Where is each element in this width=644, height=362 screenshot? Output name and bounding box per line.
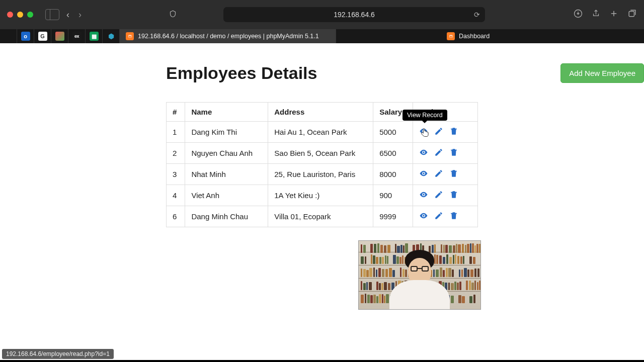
- cell-id: 1: [167, 122, 185, 143]
- cell-salary: 9999: [373, 206, 413, 227]
- maximize-window-button[interactable]: [27, 12, 33, 18]
- cell-salary: 900: [373, 185, 413, 206]
- cell-address: Sao Bien 5, Ocean Park: [268, 143, 373, 164]
- cell-salary: 5000: [373, 122, 413, 143]
- delete-icon[interactable]: [449, 148, 458, 158]
- bookmark-colors[interactable]: [51, 29, 68, 43]
- cell-address: Hai Au 1, Ocean Park: [268, 122, 373, 143]
- downloads-icon[interactable]: [574, 9, 583, 21]
- cell-address: 1A Yet Kieu :): [268, 185, 373, 206]
- col-id: #: [167, 103, 185, 122]
- tab-overview-icon[interactable]: [627, 9, 637, 21]
- page-content: Employees Details Add New Employee # Nam…: [0, 43, 644, 227]
- xampp-icon: ෆ: [447, 32, 455, 40]
- view-icon[interactable]: [419, 169, 428, 179]
- col-address: Address: [268, 103, 373, 122]
- view-icon[interactable]: [419, 190, 428, 201]
- cell-name: Nhat Minh: [185, 164, 268, 185]
- delete-icon[interactable]: [449, 127, 458, 137]
- cell-actions: [413, 164, 477, 185]
- bookmark-cube[interactable]: ⬢: [103, 29, 120, 43]
- view-icon[interactable]: [419, 127, 428, 137]
- address-bar[interactable]: 192.168.64.6 ⟳: [223, 7, 485, 22]
- col-name: Name: [185, 103, 268, 122]
- table-row: 2Nguyen Chau AnhSao Bien 5, Ocean Park65…: [167, 143, 478, 164]
- bookmark-outlook[interactable]: o: [17, 29, 34, 43]
- reload-button[interactable]: ⟳: [474, 11, 480, 19]
- edit-icon[interactable]: [434, 127, 443, 137]
- cell-address: Villa 01, Ecopark: [268, 206, 373, 227]
- edit-icon[interactable]: [434, 169, 443, 179]
- tab-title: 192.168.64.6 / localhost / demo / employ…: [138, 33, 319, 40]
- cell-actions: [413, 143, 477, 164]
- page-title: Employees Details: [166, 63, 317, 83]
- tab-dashboard[interactable]: ෆ Dashboard: [447, 29, 490, 43]
- page-header: Employees Details Add New Employee: [166, 63, 644, 83]
- share-icon[interactable]: [592, 9, 600, 21]
- edit-icon[interactable]: [434, 148, 443, 158]
- back-button[interactable]: ‹: [64, 10, 71, 20]
- cell-address: 25, Rue Lauriston, Paris: [268, 164, 373, 185]
- table-row: 3Nhat Minh25, Rue Lauriston, Paris8000: [167, 164, 478, 185]
- delete-icon[interactable]: [449, 169, 458, 179]
- svg-rect-1: [629, 12, 634, 17]
- minimize-window-button[interactable]: [17, 12, 23, 18]
- cell-actions: [413, 122, 477, 143]
- cell-id: 2: [167, 143, 185, 164]
- bookmarks-bar: o G ex ▦ ⬢ ෆ 192.168.64.6 / localhost / …: [0, 29, 644, 43]
- browser-toolbar: ‹ › 192.168.64.6 ⟳: [0, 0, 644, 29]
- url-text: 192.168.64.6: [334, 11, 375, 19]
- cell-actions: [413, 185, 477, 206]
- cell-name: Dang Minh Chau: [185, 206, 268, 227]
- bookmark-edx[interactable]: ex: [68, 29, 86, 43]
- privacy-shield-icon[interactable]: [169, 10, 177, 20]
- delete-icon[interactable]: [449, 211, 458, 222]
- table-row: 6Dang Minh ChauVilla 01, Ecopark9999: [167, 206, 478, 227]
- forward-button[interactable]: ›: [76, 10, 84, 20]
- xampp-icon: ෆ: [126, 32, 134, 40]
- bookmark-sheets[interactable]: ▦: [86, 29, 103, 43]
- sidebar-toggle-button[interactable]: [45, 9, 59, 20]
- cell-id: 3: [167, 164, 185, 185]
- bookmark-g[interactable]: G: [34, 29, 51, 43]
- tab-phpmyadmin[interactable]: ෆ 192.168.64.6 / localhost / demo / empl…: [120, 29, 336, 43]
- view-record-tooltip: View Record: [403, 110, 447, 121]
- cell-id: 4: [167, 185, 185, 206]
- cell-name: Nguyen Chau Anh: [185, 143, 268, 164]
- close-window-button[interactable]: [7, 12, 13, 18]
- cell-id: 6: [167, 206, 185, 227]
- cell-name: Viet Anh: [185, 185, 268, 206]
- cell-name: Dang Kim Thi: [185, 122, 268, 143]
- employees-table: # Name Address Salary Action 1Dang Kim T…: [166, 102, 478, 227]
- cell-actions: [413, 206, 477, 227]
- table-row: 1Dang Kim ThiHai Au 1, Ocean Park5000: [167, 122, 478, 143]
- add-new-employee-button[interactable]: Add New Employee: [560, 63, 644, 83]
- edit-icon[interactable]: [434, 211, 443, 222]
- view-icon[interactable]: [419, 211, 428, 222]
- window-controls: [7, 12, 33, 18]
- bookmark-apple[interactable]: [0, 29, 17, 43]
- table-row: 4Viet Anh1A Yet Kieu :)900: [167, 185, 478, 206]
- new-tab-icon[interactable]: [609, 9, 618, 21]
- view-icon[interactable]: [419, 148, 428, 158]
- status-bar: 192.168.64.6/employee/read.php?id=1: [2, 349, 114, 359]
- cell-salary: 8000: [373, 164, 413, 185]
- delete-icon[interactable]: [449, 190, 458, 201]
- bottom-strip: [0, 360, 644, 362]
- edit-icon[interactable]: [434, 190, 443, 201]
- cell-salary: 6500: [373, 143, 413, 164]
- webcam-overlay: [358, 240, 481, 310]
